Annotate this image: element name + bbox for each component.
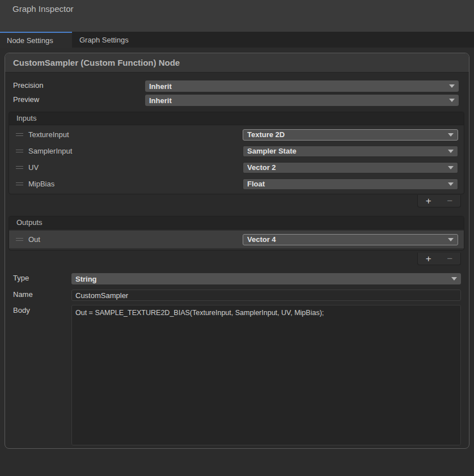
- port-name: UV: [28, 163, 39, 172]
- body-textarea[interactable]: Out = SAMPLE_TEXTURE2D_BIAS(TextureInput…: [71, 305, 461, 445]
- window-title: Graph Inspector: [12, 4, 74, 14]
- inputs-list-footer: + −: [417, 195, 461, 207]
- outputs-rows: OutVector 4: [9, 230, 464, 250]
- outputs-header: Outputs: [9, 216, 464, 230]
- outputs-list-footer: + −: [417, 253, 461, 265]
- chevron-down-icon: [449, 99, 455, 102]
- tab-node-settings[interactable]: Node Settings: [0, 32, 72, 48]
- preview-dropdown[interactable]: Inherit: [145, 95, 459, 106]
- chevron-down-icon: [448, 182, 454, 186]
- port-type-value: Texture 2D: [247, 130, 445, 139]
- drag-handle-icon[interactable]: [16, 133, 23, 136]
- graph-inspector-window: Graph Inspector Node Settings Graph Sett…: [0, 0, 474, 476]
- chevron-down-icon: [448, 133, 454, 137]
- chevron-down-icon: [448, 238, 454, 241]
- inputs-list: Inputs TextureInputTexture 2DSamplerInpu…: [9, 112, 464, 194]
- port-type-dropdown[interactable]: Vector 4: [243, 234, 458, 245]
- drag-handle-icon[interactable]: [16, 182, 23, 185]
- tab-bar: Node Settings Graph Settings: [0, 32, 474, 48]
- type-value: String: [75, 275, 448, 283]
- port-type-dropdown[interactable]: Sampler State: [243, 146, 458, 157]
- list-item[interactable]: SamplerInputSampler State: [9, 143, 464, 159]
- port-name: TextureInput: [28, 130, 69, 139]
- add-input-button[interactable]: +: [426, 196, 431, 206]
- tab-label: Graph Settings: [79, 36, 129, 44]
- port-type-dropdown[interactable]: Vector 2: [243, 162, 458, 173]
- drag-handle-icon[interactable]: [16, 150, 23, 152]
- chevron-down-icon: [448, 166, 454, 169]
- port-type-dropdown[interactable]: Texture 2D: [243, 129, 458, 141]
- node-settings-panel: CustomSampler (Custom Function) Node Pre…: [5, 53, 469, 449]
- port-type-value: Vector 4: [247, 235, 445, 244]
- port-name: Out: [28, 235, 40, 244]
- list-item[interactable]: TextureInputTexture 2D: [9, 126, 464, 143]
- type-dropdown[interactable]: String: [71, 273, 461, 284]
- port-name: SamplerInput: [28, 147, 72, 155]
- precision-dropdown[interactable]: Inherit: [145, 80, 459, 92]
- preview-label: Preview: [13, 95, 39, 104]
- precision-label: Precision: [13, 81, 43, 90]
- inputs-rows: TextureInputTexture 2DSamplerInputSample…: [9, 125, 464, 194]
- preview-value: Inherit: [149, 96, 446, 105]
- add-output-button[interactable]: +: [426, 254, 431, 264]
- remove-output-button[interactable]: −: [447, 254, 452, 264]
- tab-graph-settings[interactable]: Graph Settings: [72, 32, 136, 48]
- list-item[interactable]: MipBiasFloat: [9, 176, 464, 192]
- list-item[interactable]: UVVector 2: [9, 159, 464, 176]
- tab-label: Node Settings: [7, 36, 53, 45]
- drag-handle-icon[interactable]: [16, 166, 23, 169]
- name-input[interactable]: [71, 290, 461, 301]
- node-title: CustomSampler (Custom Function) Node: [5, 53, 469, 73]
- outputs-list: Outputs OutVector 4: [9, 216, 464, 250]
- precision-value: Inherit: [149, 82, 446, 91]
- port-type-value: Vector 2: [247, 163, 445, 172]
- chevron-down-icon: [449, 84, 455, 88]
- drag-handle-icon[interactable]: [16, 238, 23, 241]
- name-label: Name: [13, 290, 33, 299]
- chevron-down-icon: [451, 277, 457, 280]
- port-type-dropdown[interactable]: Float: [243, 178, 458, 190]
- chevron-down-icon: [448, 150, 454, 153]
- list-item[interactable]: OutVector 4: [9, 231, 464, 248]
- port-type-value: Float: [247, 180, 445, 188]
- port-name: MipBias: [28, 180, 54, 188]
- body-label: Body: [13, 306, 30, 314]
- remove-input-button[interactable]: −: [447, 196, 452, 206]
- port-type-value: Sampler State: [247, 147, 445, 155]
- type-label: Type: [13, 274, 29, 282]
- inputs-header: Inputs: [9, 112, 464, 125]
- inspector-header: Graph Inspector: [0, 0, 474, 32]
